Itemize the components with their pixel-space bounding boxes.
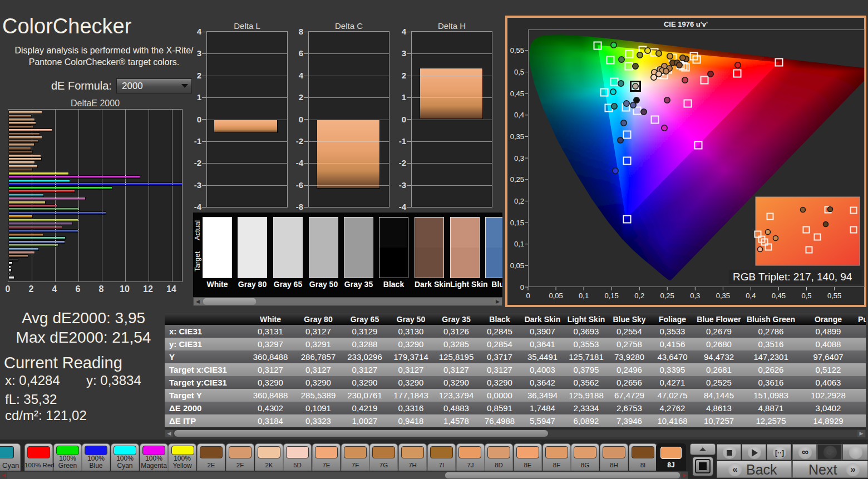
svg-text:0,15: 0,15 [510, 219, 524, 227]
svg-text:0,35: 0,35 [716, 292, 730, 300]
svg-text:0,45: 0,45 [772, 292, 786, 300]
svg-text:0,4: 0,4 [514, 111, 524, 119]
svg-text:0,3: 0,3 [690, 292, 700, 300]
svg-text:0,2: 0,2 [514, 197, 524, 205]
svg-text:0,25: 0,25 [510, 175, 524, 184]
svg-text:0,1: 0,1 [514, 240, 524, 248]
svg-text:0,1: 0,1 [579, 292, 589, 300]
svg-text:0,05: 0,05 [510, 261, 524, 270]
svg-text:0,15: 0,15 [605, 292, 619, 300]
svg-text:0,3: 0,3 [514, 154, 524, 162]
svg-text:0,4: 0,4 [746, 292, 756, 300]
svg-text:0,25: 0,25 [660, 292, 674, 300]
svg-text:0,55: 0,55 [510, 46, 524, 55]
svg-text:0,45: 0,45 [510, 90, 524, 98]
svg-text:0,05: 0,05 [549, 292, 563, 300]
svg-text:0,5: 0,5 [514, 68, 524, 76]
svg-text:0,35: 0,35 [510, 132, 524, 141]
svg-text:0,2: 0,2 [634, 292, 644, 300]
svg-text:0: 0 [520, 283, 524, 292]
svg-text:0,55: 0,55 [827, 292, 841, 300]
svg-text:0,5: 0,5 [801, 292, 811, 300]
svg-text:RGB Triplet: 217, 140, 94: RGB Triplet: 217, 140, 94 [733, 271, 852, 283]
svg-text:0: 0 [526, 292, 530, 300]
